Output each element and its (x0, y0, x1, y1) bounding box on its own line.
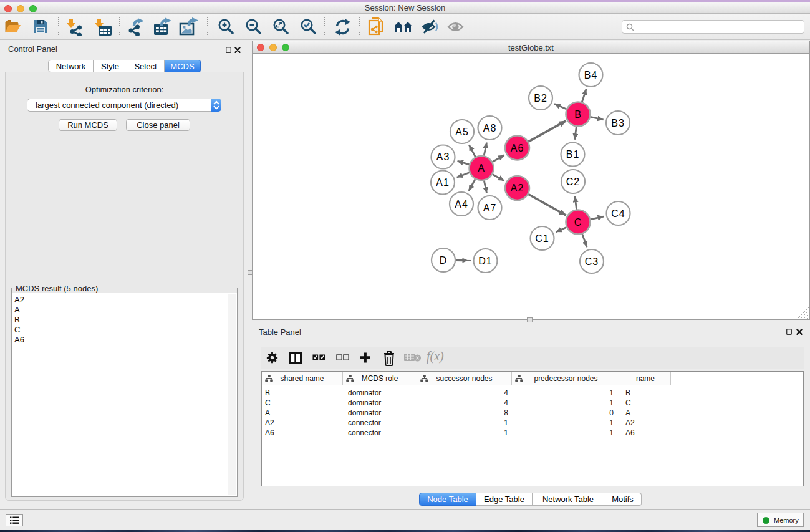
svg-text:C1: C1 (535, 233, 549, 244)
svg-text:A: A (478, 163, 485, 173)
svg-text:A1: A1 (436, 177, 450, 188)
svg-text:A3: A3 (436, 152, 450, 162)
svg-text:B4: B4 (584, 70, 598, 80)
svg-text:C2: C2 (566, 177, 580, 187)
svg-text:A5: A5 (455, 127, 469, 137)
svg-text:D1: D1 (478, 256, 492, 266)
svg-text:A7: A7 (483, 203, 497, 213)
svg-text:D: D (440, 255, 448, 266)
svg-text:B2: B2 (534, 93, 547, 104)
svg-text:A6: A6 (511, 143, 524, 153)
svg-text:B3: B3 (611, 118, 625, 128)
svg-text:C4: C4 (611, 208, 625, 219)
svg-text:B: B (574, 109, 582, 120)
svg-text:A2: A2 (511, 183, 524, 193)
svg-text:A4: A4 (455, 199, 468, 210)
svg-text:C3: C3 (585, 256, 599, 267)
svg-text:C: C (574, 217, 582, 228)
svg-text:B1: B1 (566, 149, 580, 160)
svg-text:A8: A8 (483, 123, 497, 133)
